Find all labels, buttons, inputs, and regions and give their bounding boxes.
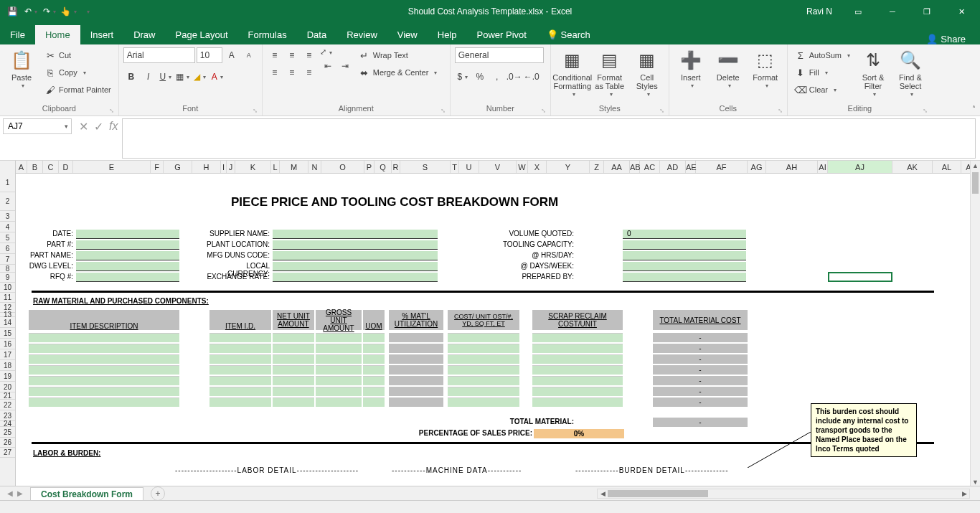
tab-data[interactable]: Data: [297, 25, 336, 44]
column-header[interactable]: AI: [818, 161, 828, 173]
find-select-button[interactable]: 🔍Find & Select▾: [893, 47, 928, 100]
percent-button[interactable]: %: [472, 69, 488, 85]
row-header[interactable]: 21: [0, 392, 15, 400]
ribbon-display-icon[interactable]: ▭: [842, 0, 874, 23]
row-header[interactable]: 1: [0, 174, 15, 192]
form-input-field[interactable]: [76, 273, 179, 282]
table-cell[interactable]: [363, 365, 385, 375]
table-cell[interactable]: [273, 387, 314, 396]
form-input-field[interactable]: [623, 251, 746, 260]
tab-power-pivot[interactable]: Power Pivot: [467, 25, 537, 44]
merge-center-button[interactable]: ⬌Merge & Center▾: [356, 65, 440, 80]
column-header[interactable]: L: [271, 161, 280, 173]
column-header[interactable]: M: [280, 161, 308, 173]
table-cell[interactable]: [532, 397, 623, 407]
bold-button[interactable]: B: [123, 69, 139, 85]
format-as-table-button[interactable]: ▤Format as Table▾: [593, 47, 627, 100]
tab-page-layout[interactable]: Page Layout: [166, 25, 238, 44]
form-input-field[interactable]: [623, 240, 746, 250]
search-tab[interactable]: 💡 Search: [537, 25, 600, 44]
table-cell[interactable]: [448, 387, 519, 396]
table-cell[interactable]: [363, 397, 385, 407]
column-header[interactable]: H: [192, 161, 221, 173]
table-cell[interactable]: [448, 344, 519, 353]
form-input-field[interactable]: [76, 240, 179, 250]
qat-customize-icon[interactable]: ▾: [80, 5, 93, 18]
insert-cells-button[interactable]: ➕Insert▾: [674, 47, 708, 91]
table-cell[interactable]: [532, 376, 623, 385]
column-header[interactable]: V: [479, 161, 517, 173]
row-header[interactable]: 26: [0, 438, 15, 448]
selected-cell[interactable]: [828, 272, 892, 282]
table-cell[interactable]: [363, 376, 385, 385]
table-cell[interactable]: [532, 344, 623, 353]
column-header[interactable]: AE: [686, 161, 696, 173]
align-left-button[interactable]: ≡: [267, 65, 283, 80]
tab-draw[interactable]: Draw: [123, 25, 165, 44]
column-header[interactable]: E: [73, 161, 151, 173]
scroll-up-icon[interactable]: ▲: [971, 161, 980, 171]
form-input-field[interactable]: [76, 251, 179, 260]
column-header[interactable]: F: [151, 161, 164, 173]
table-cell[interactable]: [363, 354, 385, 364]
table-cell[interactable]: [273, 365, 314, 375]
align-bottom-button[interactable]: ≡: [301, 47, 317, 63]
font-size-combo[interactable]: 10: [197, 47, 222, 63]
table-cell[interactable]: [209, 344, 271, 353]
cut-button[interactable]: ✂Cut: [42, 47, 114, 63]
form-input-field[interactable]: [273, 240, 438, 250]
column-header[interactable]: AK: [892, 161, 933, 173]
table-cell[interactable]: [273, 397, 314, 407]
form-input-field[interactable]: [623, 273, 746, 282]
row-header[interactable]: 2: [0, 192, 15, 211]
column-header[interactable]: AH: [766, 161, 818, 173]
column-header[interactable]: AJ: [828, 161, 892, 173]
table-cell[interactable]: [209, 333, 271, 342]
row-header[interactable]: 5: [0, 232, 15, 243]
tab-home[interactable]: Home: [35, 25, 80, 44]
vertical-scrollbar[interactable]: ▲ ▼: [970, 161, 980, 487]
sort-filter-button[interactable]: ⇅Sort & Filter▾: [856, 47, 890, 100]
scroll-left-icon[interactable]: ◀: [598, 489, 608, 498]
column-header[interactable]: AA: [604, 161, 630, 173]
font-color-button[interactable]: A▾: [209, 69, 225, 85]
tab-file[interactable]: File: [0, 25, 35, 44]
table-cell[interactable]: [273, 376, 314, 385]
form-input-field[interactable]: 0: [623, 230, 746, 239]
horizontal-scrollbar[interactable]: ◀ ▶: [597, 489, 970, 499]
formula-input[interactable]: [122, 118, 976, 159]
row-header[interactable]: 18: [0, 360, 15, 371]
column-header[interactable]: O: [321, 161, 364, 173]
table-cell[interactable]: [532, 387, 623, 396]
autosum-button[interactable]: ΣAutoSum▾: [792, 47, 853, 63]
table-cell[interactable]: [209, 365, 271, 375]
row-header[interactable]: 19: [0, 371, 15, 382]
tab-formulas[interactable]: Formulas: [238, 25, 297, 44]
row-header[interactable]: 11: [0, 293, 15, 303]
share-button[interactable]: 👤 Share: [926, 34, 980, 44]
row-header[interactable]: 22: [0, 400, 15, 410]
name-box[interactable]: AJ7: [3, 118, 72, 134]
table-cell[interactable]: [209, 387, 271, 396]
fill-button[interactable]: ⬇Fill▾: [792, 65, 853, 80]
row-header[interactable]: 7: [0, 254, 15, 265]
form-input-field[interactable]: [76, 262, 179, 271]
accounting-format-button[interactable]: $▾: [455, 69, 471, 85]
column-header[interactable]: I: [221, 161, 227, 173]
delete-cells-button[interactable]: ➖Delete▾: [711, 47, 745, 91]
undo-icon[interactable]: ↶▾: [24, 5, 37, 18]
row-header[interactable]: 14: [0, 317, 15, 328]
tab-view[interactable]: View: [387, 25, 428, 44]
format-cells-button[interactable]: ⬚Format▾: [748, 47, 783, 91]
comma-button[interactable]: ,: [489, 69, 505, 85]
cell-styles-button[interactable]: ▦Cell Styles▾: [630, 47, 664, 100]
table-cell[interactable]: [29, 376, 179, 385]
form-input-field[interactable]: [273, 273, 438, 282]
table-cell[interactable]: [316, 387, 362, 396]
row-header[interactable]: 9: [0, 273, 15, 283]
row-header[interactable]: 20: [0, 382, 15, 392]
maximize-button[interactable]: ❐: [911, 0, 943, 23]
touch-mode-icon[interactable]: 👆▾: [62, 5, 75, 18]
tab-help[interactable]: Help: [428, 25, 467, 44]
row-header[interactable]: 17: [0, 349, 15, 360]
